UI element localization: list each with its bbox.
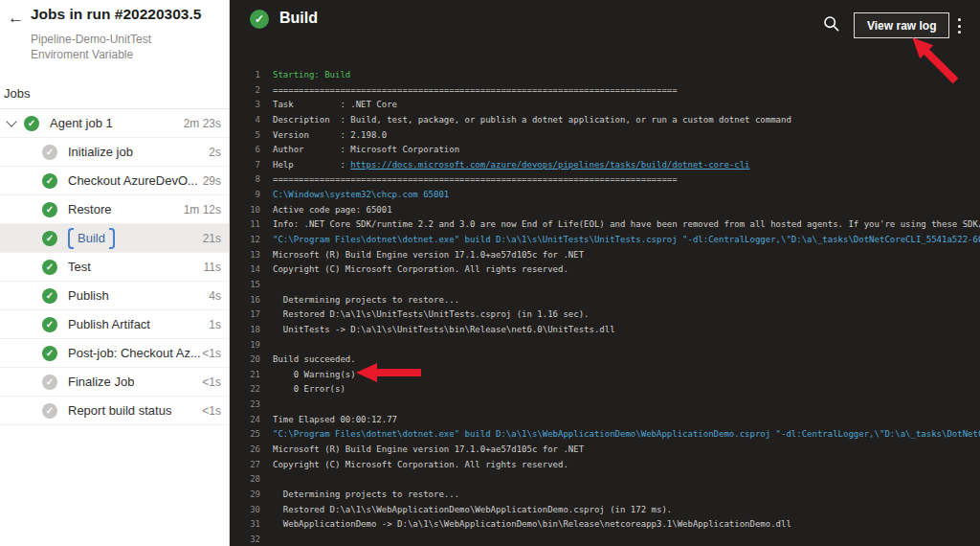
line-text: Version : 2.198.0 (273, 128, 387, 144)
line-number: 13 (230, 248, 260, 263)
jobs-list: ✓Agent job 12m 23s✓Initialize job2s✓Chec… (0, 109, 229, 425)
log-line[interactable]: 11Info: .NET Core SDK/runtime 2.2 and 3.… (230, 217, 980, 233)
line-number: 27 (230, 458, 260, 473)
line-number: 2 (230, 83, 260, 99)
job-duration: 1m 12s (184, 203, 221, 216)
run-title: Jobs in run #20220303.5 (31, 6, 227, 23)
line-number: 31 (230, 517, 260, 533)
view-raw-log-button[interactable]: View raw log (854, 12, 949, 38)
log-line[interactable]: 17 Restored D:\a\1\s\UnitTests\UnitTests… (230, 307, 980, 323)
log-line[interactable]: 6Author : Microsoft Corporation (230, 143, 980, 158)
job-row-checkout-azuredevo[interactable]: ✓Checkout AzureDevO...29s (0, 167, 229, 195)
line-text: Author : Microsoft Corporation (273, 143, 459, 158)
log-lines: 1Starting: Build2=======================… (230, 68, 980, 546)
line-number: 5 (230, 128, 260, 144)
more-options-icon[interactable] (951, 17, 967, 34)
log-line[interactable]: 19 (230, 338, 980, 353)
log-line[interactable]: 12"C:\Program Files\dotnet\dotnet.exe" b… (230, 233, 980, 248)
success-check-icon: ✓ (42, 317, 57, 332)
job-duration: 11s (204, 261, 221, 274)
line-text: Help : https://docs.microsoft.com/azure/… (273, 158, 750, 173)
line-text: Info: .NET Core SDK/runtime 2.2 and 3.0 … (273, 217, 980, 233)
log-line[interactable]: 27Copyright (C) Microsoft Corporation. A… (230, 458, 980, 473)
log-line[interactable]: 4Description : Build, test, package, or … (230, 113, 980, 128)
log-line[interactable]: 14Copyright (C) Microsoft Corporation. A… (230, 262, 980, 278)
log-line[interactable]: 20Build succeeded. (230, 353, 980, 368)
job-row-restore[interactable]: ✓Restore1m 12s (0, 195, 229, 224)
job-row-publish[interactable]: ✓Publish4s (0, 282, 229, 310)
log-line[interactable]: 31 WebApplicationDemo -> D:\a\1\s\WebApp… (230, 517, 980, 533)
job-label: Test (68, 260, 91, 274)
job-row-initialize-job[interactable]: ✓Initialize job2s (0, 138, 229, 167)
job-row-post-job-checkout-az[interactable]: ✓Post-job: Checkout Az...<1s (0, 339, 229, 368)
line-text: Starting: Build (273, 68, 350, 83)
line-number: 23 (230, 398, 260, 413)
line-text: Determining projects to restore... (273, 488, 459, 503)
job-label: Publish (68, 288, 109, 303)
job-row-finalize-job[interactable]: ✓Finalize Job<1s (0, 368, 229, 397)
job-label: Checkout AzureDevO... (68, 173, 198, 188)
job-duration: 2m 23s (184, 117, 221, 130)
job-duration: <1s (202, 347, 221, 360)
job-label: Build (68, 228, 115, 249)
line-number: 14 (230, 262, 260, 278)
job-row-test[interactable]: ✓Test11s (0, 253, 229, 282)
job-row-build[interactable]: ✓Build21s (0, 224, 229, 253)
log-line[interactable]: 18 UnitTests -> D:\a\1\s\UnitTests\bin\R… (230, 323, 980, 338)
neutral-check-icon: ✓ (42, 403, 57, 419)
line-text: ========================================… (273, 83, 678, 99)
log-line[interactable]: 32 (230, 533, 980, 546)
log-line[interactable]: 8=======================================… (230, 172, 980, 188)
line-text: WebApplicationDemo -> D:\a\1\s\WebApplic… (273, 517, 791, 533)
log-line[interactable]: 26Microsoft (R) Build Engine version 17.… (230, 443, 980, 458)
log-line[interactable]: 1Starting: Build (230, 68, 980, 83)
log-line[interactable]: 7Help : https://docs.microsoft.com/azure… (230, 158, 980, 173)
log-line[interactable]: 30 Restored D:\a\1\s\WebApplicationDemo\… (230, 503, 980, 518)
line-number: 25 (230, 427, 260, 443)
job-row-report-build-status[interactable]: ✓Report build status<1s (0, 397, 229, 425)
log-line[interactable]: 5Version : 2.198.0 (230, 128, 980, 144)
log-line[interactable]: 15 (230, 278, 980, 293)
search-icon[interactable] (822, 14, 841, 34)
job-row-agent-job-1[interactable]: ✓Agent job 12m 23s (0, 109, 229, 138)
chevron-down-icon[interactable] (6, 116, 16, 126)
line-text: Restored D:\a\1\s\UnitTests\UnitTests.cs… (273, 307, 590, 323)
log-line[interactable]: 24Time Elapsed 00:00:12.77 (230, 413, 980, 428)
job-label: Post-job: Checkout Az... (68, 346, 201, 360)
job-duration: 29s (203, 174, 221, 188)
job-row-publish-artifact[interactable]: ✓Publish Artifact1s (0, 310, 229, 339)
line-number: 11 (230, 217, 260, 233)
log-line[interactable]: 23 (230, 398, 980, 413)
line-text: Restored D:\a\1\s\WebApplicationDemo\Web… (273, 503, 672, 518)
job-label: Initialize job (68, 145, 133, 159)
log-line[interactable]: 10Active code page: 65001 (230, 203, 980, 218)
line-number: 22 (230, 382, 260, 398)
log-line[interactable]: 28 (230, 472, 980, 488)
log-line[interactable]: 3Task : .NET Core (230, 98, 980, 113)
neutral-check-icon: ✓ (42, 375, 57, 390)
line-number: 21 (230, 368, 260, 383)
log-line[interactable]: 9C:\Windows\system32\chcp.com 65001 (230, 188, 980, 203)
line-number: 28 (230, 472, 260, 488)
log-line[interactable]: 13Microsoft (R) Build Engine version 17.… (230, 248, 980, 263)
line-number: 8 (230, 172, 260, 188)
line-number: 19 (230, 338, 260, 353)
log-line[interactable]: 22 0 Error(s) (230, 382, 980, 398)
success-check-icon: ✓ (42, 346, 57, 361)
job-duration: <1s (202, 375, 221, 389)
success-check-icon: ✓ (42, 288, 57, 304)
back-arrow-icon[interactable]: ← (8, 10, 24, 26)
line-text: ========================================… (273, 172, 678, 188)
log-line[interactable]: 2=======================================… (230, 83, 980, 99)
line-text: 0 Error(s) (273, 382, 345, 398)
log-line[interactable]: 21 0 Warning(s) (230, 368, 980, 383)
job-label: Restore (68, 202, 112, 216)
job-duration: <1s (202, 404, 221, 418)
log-line[interactable]: 29 Determining projects to restore... (230, 488, 980, 503)
pipeline-subtitle: Pipeline-Demo-UnitTest Enviroment Variab… (31, 32, 208, 62)
line-text: Description : Build, test, package, or p… (273, 113, 791, 128)
line-number: 17 (230, 307, 260, 323)
line-text: 0 Warning(s) (273, 368, 356, 383)
log-line[interactable]: 16 Determining projects to restore... (230, 293, 980, 308)
log-line[interactable]: 25"C:\Program Files\dotnet\dotnet.exe" b… (230, 427, 980, 443)
